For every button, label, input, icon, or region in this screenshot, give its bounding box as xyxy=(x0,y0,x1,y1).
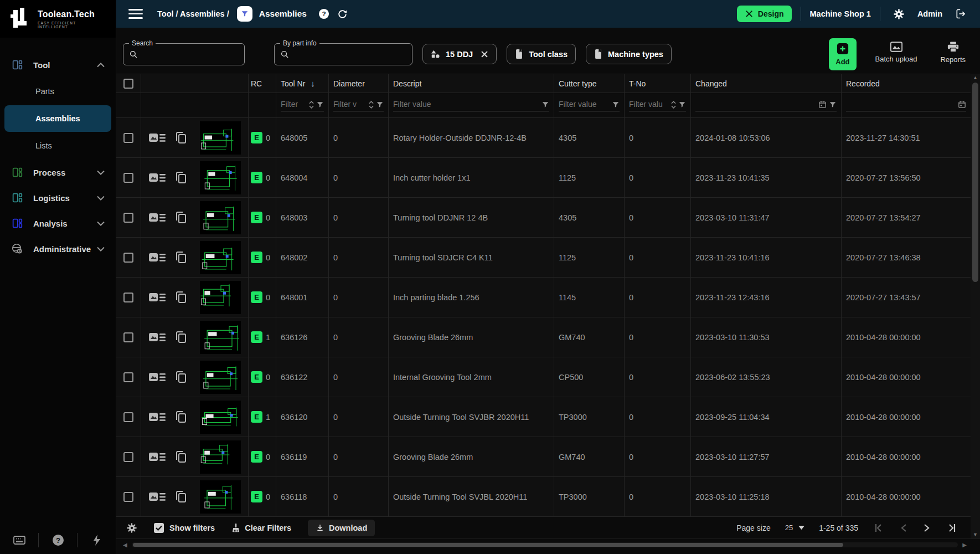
add-button[interactable]: Add xyxy=(829,38,856,70)
filter-funnel-icon[interactable] xyxy=(376,101,384,109)
scroll-left-arrow-icon[interactable]: ◀ xyxy=(123,542,127,548)
calendar-icon[interactable] xyxy=(818,100,827,109)
filter-changed-input[interactable] xyxy=(695,100,816,109)
row-preview-icon[interactable] xyxy=(149,252,166,263)
show-filters-checkbox[interactable] xyxy=(154,523,164,533)
column-header-rc[interactable]: RC xyxy=(249,74,276,93)
tool-class-button[interactable]: Tool class xyxy=(507,44,576,64)
row-copy-icon[interactable] xyxy=(176,172,187,184)
calendar-icon[interactable] xyxy=(958,100,966,109)
horizontal-scrollbar-thumb[interactable] xyxy=(133,543,844,547)
row-thumbnail[interactable] xyxy=(200,440,241,474)
column-header-recorded[interactable]: Recorded xyxy=(842,74,971,93)
row-preview-icon[interactable] xyxy=(149,332,166,343)
row-copy-icon[interactable] xyxy=(176,212,187,224)
last-page-button[interactable] xyxy=(946,522,958,534)
logout-button[interactable] xyxy=(955,8,966,19)
row-thumbnail[interactable] xyxy=(200,401,241,434)
filter-t-no-input[interactable] xyxy=(629,100,669,109)
column-header-descript[interactable]: Descript xyxy=(389,74,554,93)
row-copy-icon[interactable] xyxy=(176,451,187,463)
active-filter-chip[interactable]: 15 DDJ xyxy=(422,44,497,64)
horizontal-scrollbar[interactable]: ◀ ▶ xyxy=(123,542,967,547)
row-thumbnail[interactable] xyxy=(200,161,241,194)
row-checkbox[interactable] xyxy=(123,412,133,422)
batch-upload-button[interactable]: Batch upload xyxy=(871,38,922,66)
row-preview-icon[interactable] xyxy=(149,292,166,303)
row-checkbox[interactable] xyxy=(123,133,133,143)
sidebar-item-tool[interactable]: Tool xyxy=(4,52,111,78)
machine-shop-selector[interactable]: Machine Shop 1 xyxy=(810,9,871,18)
row-thumbnail[interactable] xyxy=(200,361,241,394)
row-thumbnail[interactable] xyxy=(200,321,241,354)
filter-descript-input[interactable] xyxy=(393,100,539,109)
sidebar-item-assemblies[interactable]: Assemblies xyxy=(4,105,111,132)
row-checkbox[interactable] xyxy=(123,452,133,462)
sidebar-item-analysis[interactable]: Analysis xyxy=(4,211,111,236)
vertical-scrollbar-thumb[interactable] xyxy=(972,83,978,282)
filter-diameter-input[interactable] xyxy=(333,100,367,109)
show-filters-toggle[interactable]: Show filters xyxy=(154,523,215,533)
search-input[interactable] xyxy=(142,50,239,59)
row-preview-icon[interactable] xyxy=(149,132,166,143)
row-checkbox[interactable] xyxy=(123,173,133,183)
shortcuts-button[interactable] xyxy=(77,533,116,547)
user-menu[interactable]: Admin xyxy=(917,9,942,18)
row-checkbox[interactable] xyxy=(123,253,133,263)
row-copy-icon[interactable] xyxy=(176,252,187,264)
help-button[interactable]: ? xyxy=(38,533,77,547)
row-copy-icon[interactable] xyxy=(176,331,187,343)
menu-button[interactable] xyxy=(128,9,143,19)
row-thumbnail[interactable] xyxy=(200,121,241,155)
scroll-down-arrow-icon[interactable]: ▼ xyxy=(973,532,978,537)
row-copy-icon[interactable] xyxy=(176,371,187,383)
next-page-button[interactable] xyxy=(922,522,931,534)
number-spinner[interactable] xyxy=(309,101,314,109)
number-spinner[interactable] xyxy=(671,101,676,109)
breadcrumb-filter-chip[interactable] xyxy=(237,6,252,22)
sidebar-item-administrative[interactable]: Administrative xyxy=(4,236,111,261)
filter-funnel-icon[interactable] xyxy=(541,101,549,109)
filter-cutter-type-input[interactable] xyxy=(559,100,610,109)
filter-funnel-icon[interactable] xyxy=(829,101,837,109)
column-header-cutter-type[interactable]: Cutter type xyxy=(554,74,625,93)
column-header-t-no[interactable]: T-No xyxy=(625,74,691,93)
row-checkbox[interactable] xyxy=(123,332,133,342)
app-logo[interactable]: Toolean.Tech EASY EFFICIENT INTELLIGENT xyxy=(0,0,116,38)
filter-tool-nr-input[interactable] xyxy=(281,100,307,109)
row-checkbox[interactable] xyxy=(123,213,133,223)
row-preview-icon[interactable] xyxy=(149,412,166,423)
row-preview-icon[interactable] xyxy=(149,372,166,383)
select-all-checkbox[interactable] xyxy=(123,79,133,89)
column-header-changed[interactable]: Changed xyxy=(691,74,842,93)
column-header-tool-nr[interactable]: Tool Nr↓ xyxy=(276,74,329,93)
filter-recorded-input[interactable] xyxy=(846,100,956,109)
row-copy-icon[interactable] xyxy=(176,291,187,304)
row-thumbnail[interactable] xyxy=(200,201,241,234)
row-thumbnail[interactable] xyxy=(200,480,241,514)
number-spinner[interactable] xyxy=(369,101,374,109)
scroll-right-arrow-icon[interactable]: ▶ xyxy=(962,542,967,548)
row-thumbnail[interactable] xyxy=(200,281,241,314)
row-preview-icon[interactable] xyxy=(149,452,166,463)
page-help-button[interactable]: ? xyxy=(318,8,329,19)
part-info-input[interactable] xyxy=(293,50,406,59)
column-header-diameter[interactable]: Diameter xyxy=(329,74,389,93)
refresh-button[interactable] xyxy=(337,9,348,19)
row-preview-icon[interactable] xyxy=(149,491,166,502)
clear-filters-button[interactable]: Clear Filters xyxy=(231,523,291,533)
row-thumbnail[interactable] xyxy=(200,241,241,274)
reports-button[interactable]: Reports xyxy=(936,38,970,67)
row-checkbox[interactable] xyxy=(123,293,133,302)
row-preview-icon[interactable] xyxy=(149,172,166,183)
row-copy-icon[interactable] xyxy=(176,411,187,423)
keyboard-button[interactable] xyxy=(0,533,38,547)
filter-funnel-icon[interactable] xyxy=(316,101,324,109)
sidebar-item-logistics[interactable]: Logistics xyxy=(4,185,111,211)
filter-funnel-icon[interactable] xyxy=(678,101,686,109)
machine-types-button[interactable]: Machine types xyxy=(586,44,672,64)
settings-button[interactable] xyxy=(893,8,905,20)
row-copy-icon[interactable] xyxy=(176,491,187,503)
filter-funnel-icon[interactable] xyxy=(612,101,620,109)
row-checkbox[interactable] xyxy=(123,372,133,382)
